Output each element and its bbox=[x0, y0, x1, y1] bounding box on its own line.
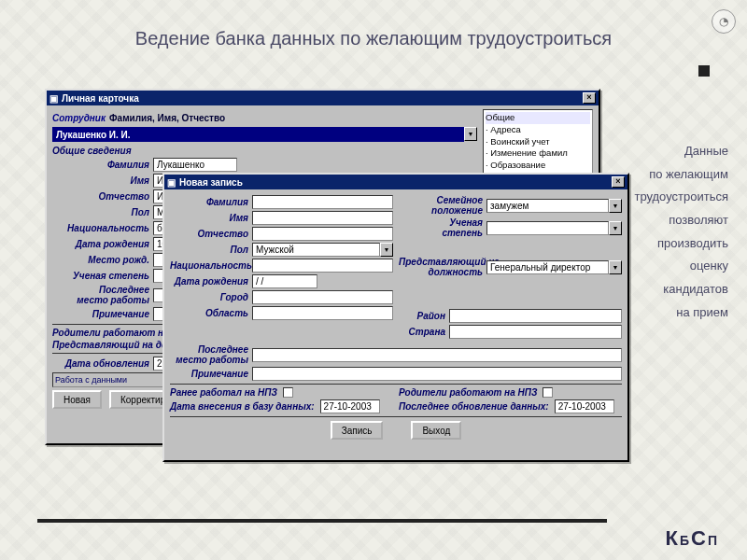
label-marital: Семейное положение bbox=[399, 195, 483, 216]
window-new-record: ▣ Новая запись × Фамилия Имя Отчество По… bbox=[162, 173, 629, 462]
label-note: Примечание bbox=[52, 309, 149, 319]
chevron-down-icon[interactable]: ▼ bbox=[464, 127, 477, 141]
label-region: Область bbox=[170, 308, 248, 318]
label-degree: Ученая степень bbox=[399, 217, 483, 238]
city-field[interactable] bbox=[252, 290, 393, 304]
label-nationality: Национальность bbox=[170, 260, 248, 271]
close-icon[interactable]: × bbox=[583, 92, 596, 104]
country-field[interactable] bbox=[449, 325, 622, 339]
fio-label: Фамилия, Имя, Отчество bbox=[109, 113, 225, 123]
brand-logo: КБСП bbox=[666, 526, 719, 551]
app-icon: ▣ bbox=[49, 93, 58, 104]
parents-npz-checkbox[interactable] bbox=[543, 387, 553, 398]
label-surname: Фамилия bbox=[52, 160, 149, 170]
label-parents-npz: Родители работают на НПЗ bbox=[399, 387, 537, 398]
label-degree: Ученая степень bbox=[52, 271, 149, 281]
chevron-down-icon[interactable]: ▼ bbox=[609, 260, 622, 274]
surname-field[interactable]: Лукашенко bbox=[153, 158, 237, 172]
label-name: Имя bbox=[170, 213, 248, 223]
label-patronymic: Отчество bbox=[52, 191, 149, 202]
label-city: Город bbox=[170, 292, 248, 302]
label-lastjob: Последнее место работы bbox=[52, 285, 149, 305]
label-surname: Фамилия bbox=[170, 197, 248, 207]
close-icon[interactable]: × bbox=[612, 176, 625, 188]
name-field[interactable] bbox=[252, 211, 393, 225]
label-updated: Дата обновления bbox=[52, 358, 149, 369]
label-entered: Дата внесения в базу данных: bbox=[170, 401, 315, 412]
chevron-down-icon[interactable]: ▼ bbox=[609, 221, 622, 235]
note-field[interactable] bbox=[252, 367, 622, 381]
list-item[interactable]: · Изменение фамил bbox=[486, 147, 590, 160]
label-rep: Представляющий на должность bbox=[399, 257, 483, 277]
marital-dropdown[interactable]: замужем bbox=[486, 199, 609, 213]
label-name: Имя bbox=[52, 175, 149, 186]
label-note: Примечание bbox=[170, 369, 248, 379]
chevron-down-icon[interactable]: ▼ bbox=[380, 243, 393, 257]
app-icon: ▣ bbox=[167, 177, 176, 188]
titlebar-personal-card[interactable]: ▣ Личная карточка × bbox=[47, 91, 599, 105]
window-title: Личная карточка bbox=[62, 93, 139, 104]
updated-field[interactable]: 27-10-2003 bbox=[555, 399, 614, 413]
district-field[interactable] bbox=[449, 309, 622, 323]
entered-field[interactable]: 27-10-2003 bbox=[320, 399, 380, 413]
label-updated: Последнее обновление данных: bbox=[399, 401, 549, 412]
degree-dropdown[interactable] bbox=[486, 221, 609, 235]
label-sex: Пол bbox=[170, 245, 248, 255]
list-item[interactable]: Общие bbox=[486, 112, 590, 124]
section-general-label: Общие сведения bbox=[52, 146, 477, 156]
dob-field[interactable]: / / bbox=[252, 274, 317, 288]
label-district: Район bbox=[399, 311, 445, 321]
save-button[interactable]: Запись bbox=[331, 421, 384, 440]
list-item[interactable]: · Образование bbox=[486, 160, 590, 172]
lastjob-field[interactable] bbox=[252, 348, 622, 362]
nationality-field[interactable] bbox=[252, 259, 393, 273]
patronymic-field[interactable] bbox=[252, 227, 393, 241]
rep-dropdown[interactable]: Генеральный директор bbox=[486, 260, 609, 274]
new-button[interactable]: Новая bbox=[52, 390, 102, 409]
surname-field[interactable] bbox=[252, 195, 393, 209]
label-worked-npz: Ранее работал на НПЗ bbox=[170, 387, 277, 398]
category-listbox[interactable]: Общие · Адреса · Воинский учет · Изменен… bbox=[483, 109, 593, 182]
label-patronymic: Отчество bbox=[170, 229, 248, 239]
label-birthplace: Место рожд. bbox=[52, 255, 149, 265]
region-field[interactable] bbox=[252, 306, 393, 320]
worked-npz-checkbox[interactable] bbox=[283, 387, 293, 398]
decoration-rule bbox=[37, 519, 607, 523]
decoration-square bbox=[698, 65, 710, 77]
label-country: Страна bbox=[399, 327, 445, 337]
list-item[interactable]: · Воинский учет bbox=[486, 136, 590, 148]
label-sex: Пол bbox=[52, 207, 149, 217]
window-title: Новая запись bbox=[179, 177, 243, 188]
label-nationality: Национальность bbox=[52, 223, 149, 233]
side-caption: Данные по желающим трудоустроиться позво… bbox=[616, 140, 728, 325]
employee-combo[interactable]: Лукашенко И. И. bbox=[52, 127, 464, 142]
list-item[interactable]: · Адреса bbox=[486, 124, 590, 136]
label-dob: Дата рождения bbox=[52, 239, 149, 249]
exit-button[interactable]: Выход bbox=[411, 421, 461, 440]
label-lastjob: Последнее место работы bbox=[170, 344, 248, 365]
section-employee-label: Сотрудник bbox=[52, 113, 106, 123]
titlebar-new-record[interactable]: ▣ Новая запись × bbox=[164, 175, 627, 189]
label-dob: Дата рождения bbox=[170, 276, 248, 287]
chevron-down-icon[interactable]: ▼ bbox=[609, 199, 622, 213]
page-title: Ведение банка данных по желающим трудоус… bbox=[0, 28, 747, 49]
sex-dropdown[interactable]: Мужской bbox=[252, 243, 380, 257]
